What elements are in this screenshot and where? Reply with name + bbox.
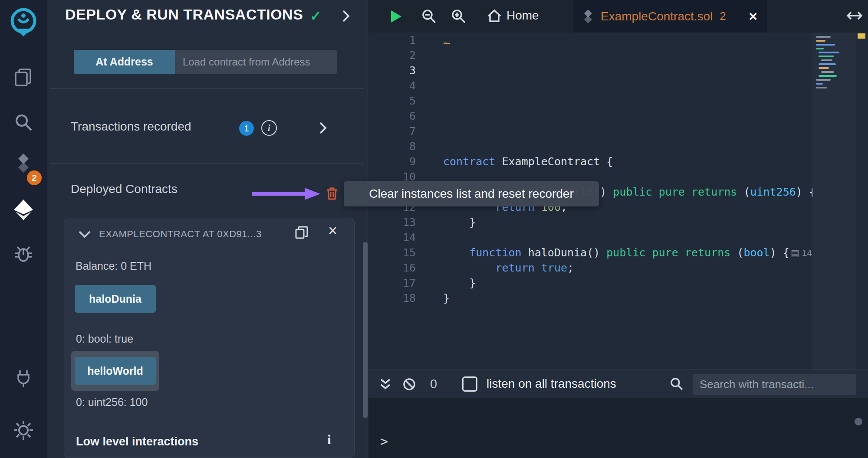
remove-instance-icon[interactable]: × [328,222,337,240]
terminal-scroll-dot[interactable] [855,418,862,425]
transactions-count-badge: 1 [239,121,254,136]
line-number: 2 [368,48,416,63]
home-tab-label[interactable]: Home [506,9,539,23]
gas-annotation: ▤ 14 [791,245,812,260]
line-number: 9 [368,154,416,169]
expand-terminal-icon[interactable] [378,377,393,392]
clear-instances-trash-icon[interactable] [325,186,339,201]
function-result: 0: uint256: 100 [76,396,148,409]
annotation-arrow [251,186,322,201]
line-number: 15 [368,245,416,260]
zoom-out-icon[interactable] [421,8,437,24]
line-number: 3 [368,63,416,78]
solidity-compiler-icon[interactable] [13,153,34,173]
pending-tx-count: 0 [430,377,437,391]
code-line: 5 [368,93,868,108]
file-explorer-icon[interactable] [13,67,34,88]
overview-ruler [856,33,868,370]
code-line: 4 [368,78,868,93]
line-number: 1 [368,33,416,48]
divider [74,424,342,424]
function-result: 0: bool: true [76,333,133,345]
line-number: 5 [368,93,416,108]
function-button-helloWorld[interactable]: helloWorld [75,357,156,385]
clear-instances-tooltip: Clear instances list and reset recorder [344,181,599,206]
code-line: 14 [368,230,868,245]
code-line: 15 function haloDunia() public pure retu… [368,245,868,260]
settings-gear-icon[interactable] [12,419,35,442]
zoom-in-icon[interactable] [450,8,467,24]
activity-bar: 2 [0,0,47,458]
line-number: 18 [368,291,416,306]
deploy-run-panel: DEPLOY & RUN TRANSACTIONS ✓ At Address T… [47,0,368,458]
horizontal-expand-icon[interactable] [846,8,863,23]
panel-title: DEPLOY & RUN TRANSACTIONS [65,6,303,23]
low-level-interactions-label: Low level interactions [76,435,198,448]
line-number: 17 [368,275,416,291]
panel-scrollbar[interactable] [363,242,368,418]
remix-ide-window: 2 DEPLOY & RUN TRANSACTIONS ✓ At Address… [0,0,868,458]
ruler-warning-marker [858,33,865,39]
code-line: 9contract ExampleContract { [368,154,868,169]
chevron-down-icon[interactable] [78,229,91,241]
transactions-recorded-label: Transactions recorded [71,120,191,134]
line-number: 16 [368,260,416,275]
code-line: 3 [368,63,868,78]
tab-problem-badge: 2 [720,10,726,23]
tab-close-icon[interactable]: × [749,8,757,25]
load-contract-input[interactable] [175,50,337,74]
search-icon[interactable] [13,112,34,133]
tab-examplecontract[interactable]: ExampleContract.sol 2 × [573,0,767,33]
line-number: 14 [368,230,416,245]
terminal-search-input[interactable] [693,374,856,395]
remix-logo-icon[interactable] [7,6,40,39]
terminal-toolbar: 0 listen on all transactions [368,370,868,398]
code-line: 13 } [368,215,868,230]
code-lines: 123456789contract ExampleContract {1011 … [368,33,868,306]
code-line: 18} [368,291,868,306]
line-number: 7 [368,124,416,139]
code-line: 16 return true; [368,260,868,275]
compiler-badge: 2 [27,170,42,185]
divider [50,164,363,164]
deployed-contracts-label: Deployed Contracts [71,182,178,196]
run-script-icon[interactable] [388,9,403,24]
debugger-icon[interactable] [13,243,34,264]
check-icon: ✓ [310,8,322,24]
line-number: 4 [368,78,416,93]
terminal: 0 listen on all transactions > [368,370,868,458]
clear-console-icon[interactable] [402,377,416,391]
terminal-prompt[interactable]: > [380,434,388,449]
plugin-manager-icon[interactable] [13,368,34,389]
contract-instance-card: EXAMPLECONTRACT AT 0XD91...3 × Balance: … [64,219,355,458]
copy-address-icon[interactable] [294,225,309,240]
info-icon[interactable]: i [261,120,277,136]
home-icon[interactable] [487,8,502,24]
minimap[interactable] [812,33,856,370]
code-line: 17 } [368,275,868,291]
tab-filename: ExampleContract.sol [601,10,713,23]
info-icon[interactable]: i [327,432,331,448]
contract-instance-title: EXAMPLECONTRACT AT 0XD91...3 [99,229,262,240]
line-number: 13 [368,215,416,230]
modified-marker: ~ [443,36,450,50]
listen-transactions-label: listen on all transactions [487,377,616,391]
code-line: 7 [368,124,868,139]
at-address-button[interactable]: At Address [74,50,175,74]
panel-chevron-right-icon[interactable] [341,10,351,24]
listen-transactions-checkbox[interactable] [462,376,477,392]
editor-region: Home ExampleContract.sol 2 × 123456789co… [368,0,868,458]
function-button-haloDunia[interactable]: haloDunia [75,285,156,313]
balance-label: Balance: 0 ETH [76,260,151,272]
solidity-file-icon [582,9,594,24]
code-line: 6 [368,108,868,124]
transactions-chevron-right-icon[interactable] [318,121,328,136]
line-number: 8 [368,139,416,154]
at-address-row: At Address [74,50,337,74]
editor-topbar: Home ExampleContract.sol 2 × [368,0,868,33]
terminal-search-icon [670,377,684,391]
deploy-and-run-icon[interactable] [12,199,35,221]
line-number: 6 [368,108,416,124]
code-line: 8 [368,139,868,154]
divider [50,88,363,89]
